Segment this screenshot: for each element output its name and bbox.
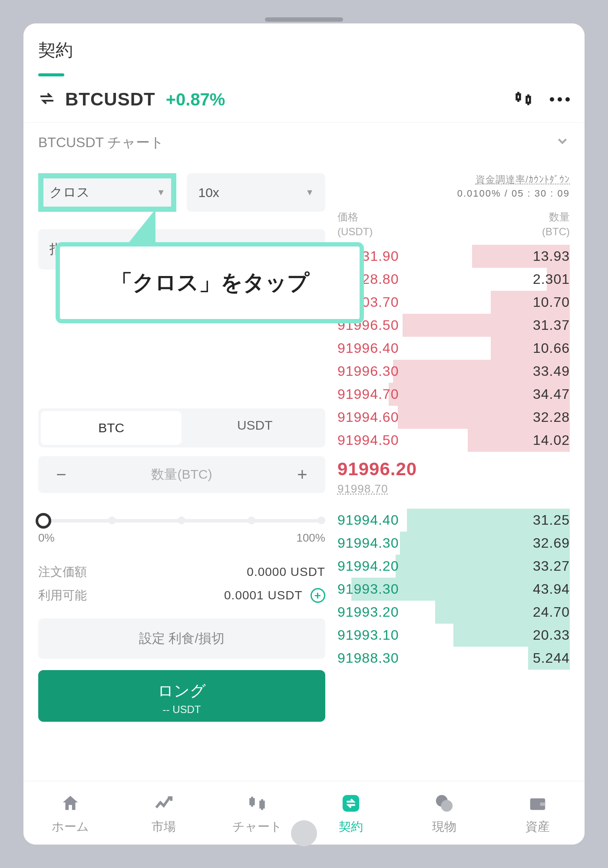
orderbook-ask-row[interactable]: 91996.5031.37 bbox=[337, 314, 570, 337]
svg-rect-4 bbox=[342, 795, 359, 812]
available-value: 0.0001 USDT + bbox=[224, 588, 325, 603]
orderbook-bid-row[interactable]: 91994.4031.25 bbox=[337, 509, 570, 532]
minus-button[interactable]: − bbox=[50, 465, 72, 484]
orderbook-ask-row[interactable]: 91994.6032.28 bbox=[337, 406, 570, 429]
slider-handle[interactable] bbox=[36, 513, 51, 529]
svg-rect-3 bbox=[261, 802, 264, 807]
tpsl-button[interactable]: 設定 利食/損切 bbox=[38, 618, 325, 659]
chevron-down-icon bbox=[555, 134, 570, 152]
chart-toggle-row[interactable]: BTCUSDT チャート bbox=[23, 123, 585, 163]
pair-symbol[interactable]: BTCUSDT bbox=[65, 89, 155, 110]
orderbook-ask-row[interactable]: 92028.802.301 bbox=[337, 268, 570, 291]
nav-contract[interactable]: 契約 bbox=[304, 781, 397, 845]
funding-label: 資金調達率/ｶｳﾝﾄﾀﾞｳﾝ bbox=[337, 173, 570, 186]
order-value: 0.0000 USDT bbox=[247, 565, 325, 579]
unit-tab-btc[interactable]: BTC bbox=[41, 411, 182, 445]
nav-home[interactable]: ホーム bbox=[23, 781, 117, 845]
quantity-placeholder: 数量(BTC) bbox=[72, 466, 291, 483]
funding-info: 資金調達率/ｶｳﾝﾄﾀﾞｳﾝ 0.0100% / 05 : 30 : 09 bbox=[337, 173, 570, 199]
plus-button[interactable]: + bbox=[291, 465, 313, 484]
orderbook-ask-row[interactable]: 92031.9013.93 bbox=[337, 245, 570, 268]
leverage-label: 10x bbox=[198, 185, 219, 200]
change-percent: +0.87% bbox=[166, 90, 225, 109]
margin-mode-label: クロス bbox=[50, 184, 90, 201]
nav-assets[interactable]: 資産 bbox=[491, 781, 585, 845]
chart-icon bbox=[211, 792, 304, 814]
orderbook-bid-row[interactable]: 91994.3032.69 bbox=[337, 532, 570, 555]
available-label: 利用可能 bbox=[38, 587, 87, 604]
long-button[interactable]: ロング -- USDT bbox=[38, 670, 325, 722]
caret-down-icon: ▼ bbox=[157, 187, 165, 197]
long-button-label: ロング bbox=[38, 681, 325, 702]
nav-spot[interactable]: 現物 bbox=[397, 781, 491, 845]
contract-icon bbox=[304, 792, 397, 814]
chart-label: BTCUSDT チャート bbox=[38, 133, 164, 152]
market-icon bbox=[117, 792, 210, 814]
quantity-stepper[interactable]: − 数量(BTC) + bbox=[38, 456, 325, 493]
swap-icon[interactable] bbox=[38, 90, 56, 109]
orderbook-bid-row[interactable]: 91993.2024.70 bbox=[337, 601, 570, 624]
orderbook-ask-row[interactable]: 91996.4010.66 bbox=[337, 337, 570, 360]
slider-min-label: 0% bbox=[38, 531, 55, 545]
orderbook-bid-row[interactable]: 91994.2033.27 bbox=[337, 555, 570, 578]
orderbook-ask-row[interactable]: 91996.3033.49 bbox=[337, 360, 570, 383]
long-button-sub: -- USDT bbox=[38, 704, 325, 716]
funding-value: 0.0100% / 05 : 30 : 09 bbox=[337, 188, 570, 199]
wallet-icon bbox=[491, 792, 585, 814]
home-icon bbox=[23, 792, 117, 814]
orderbook-ask-row[interactable]: 92003.7010.70 bbox=[337, 291, 570, 314]
candlestick-icon[interactable] bbox=[513, 89, 533, 110]
orderbook-bid-row[interactable]: 91993.3043.94 bbox=[337, 578, 570, 601]
order-value-label: 注文価額 bbox=[38, 564, 87, 580]
orderbook-bid-row[interactable]: 91988.305.244 bbox=[337, 647, 570, 670]
mark-price: 91998.70 bbox=[337, 482, 570, 496]
nav-chart[interactable]: チャート bbox=[211, 781, 304, 845]
svg-point-6 bbox=[441, 800, 453, 812]
tab-contract[interactable]: 契約 bbox=[38, 38, 570, 62]
svg-rect-1 bbox=[527, 97, 530, 102]
svg-rect-0 bbox=[517, 94, 520, 99]
tab-underline bbox=[38, 73, 64, 76]
leverage-dropdown[interactable]: 10x ▼ bbox=[187, 173, 325, 212]
caret-down-icon: ▼ bbox=[305, 187, 314, 197]
percent-slider[interactable]: 0% 100% bbox=[38, 519, 325, 545]
unit-tabs: BTC USDT bbox=[38, 408, 325, 447]
unit-tab-usdt[interactable]: USDT bbox=[184, 408, 325, 447]
orderbook-ask-row[interactable]: 91994.7034.47 bbox=[337, 383, 570, 406]
last-price: 91996.20 bbox=[337, 459, 570, 480]
add-funds-icon[interactable]: + bbox=[311, 588, 325, 603]
svg-rect-2 bbox=[251, 799, 254, 804]
orderbook-asks: 92031.9013.9392028.802.30192003.7010.709… bbox=[337, 245, 570, 452]
home-indicator[interactable] bbox=[291, 820, 317, 846]
more-icon[interactable] bbox=[550, 97, 570, 102]
margin-mode-dropdown[interactable]: クロス ▼ bbox=[38, 173, 176, 212]
nav-market[interactable]: 市場 bbox=[117, 781, 210, 845]
orderbook-bid-row[interactable]: 91993.1020.33 bbox=[337, 624, 570, 647]
instruction-callout: 「クロス」をタップ bbox=[56, 242, 364, 323]
orderbook-ask-row[interactable]: 91994.5014.02 bbox=[337, 429, 570, 452]
spot-icon bbox=[397, 792, 491, 814]
svg-rect-8 bbox=[540, 802, 545, 806]
slider-max-label: 100% bbox=[296, 531, 325, 545]
orderbook-header: 価格(USDT) 数量(BTC) bbox=[337, 210, 570, 239]
tablet-notch bbox=[265, 17, 343, 22]
orderbook-bids: 91994.4031.2591994.3032.6991994.2033.279… bbox=[337, 509, 570, 670]
